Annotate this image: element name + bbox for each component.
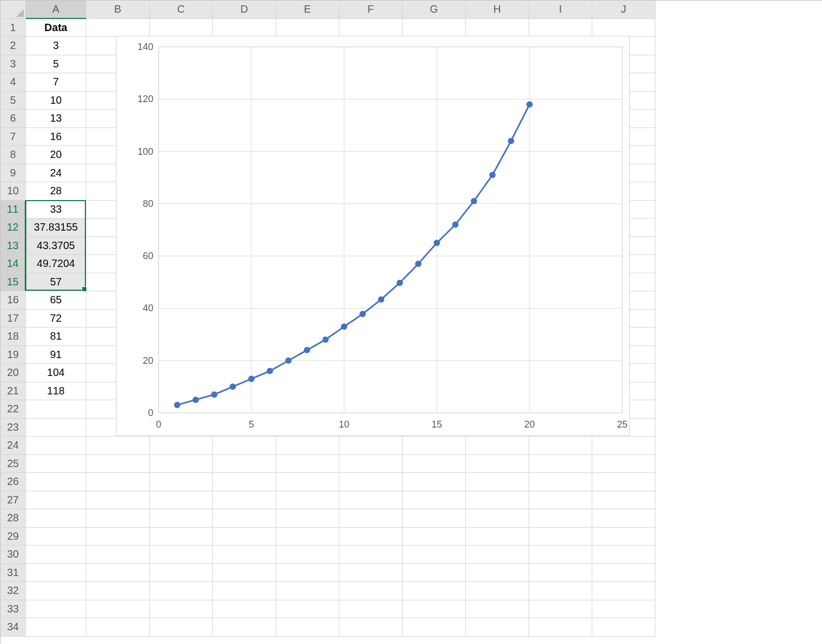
cell-A13[interactable]: 43.3705 bbox=[26, 237, 86, 255]
chart-data-point[interactable] bbox=[322, 336, 329, 343]
row-header-27[interactable]: 27 bbox=[1, 491, 26, 510]
cell-B28[interactable] bbox=[86, 509, 150, 528]
cell-C27[interactable] bbox=[150, 491, 213, 510]
cell-D27[interactable] bbox=[213, 491, 276, 510]
cell-D25[interactable] bbox=[213, 455, 276, 473]
cell-J32[interactable] bbox=[592, 582, 655, 600]
cell-J26[interactable] bbox=[592, 473, 655, 491]
cell-I28[interactable] bbox=[529, 509, 592, 528]
cell-J24[interactable] bbox=[592, 437, 655, 455]
cell-F33[interactable] bbox=[339, 600, 403, 619]
cell-A24[interactable] bbox=[26, 437, 86, 455]
cell-J31[interactable] bbox=[592, 564, 655, 582]
chart-data-point[interactable] bbox=[526, 101, 533, 107]
cell-D31[interactable] bbox=[213, 564, 276, 582]
column-header-B[interactable]: B bbox=[86, 1, 150, 19]
chart-data-point[interactable] bbox=[434, 240, 440, 246]
cell-E28[interactable] bbox=[276, 509, 339, 528]
cell-G26[interactable] bbox=[403, 473, 466, 491]
cell-I30[interactable] bbox=[529, 546, 592, 564]
chart-data-point[interactable] bbox=[341, 323, 347, 330]
column-header-D[interactable]: D bbox=[213, 1, 276, 19]
cell-E31[interactable] bbox=[276, 564, 339, 582]
cell-C31[interactable] bbox=[150, 564, 213, 582]
cell-A25[interactable] bbox=[26, 455, 86, 473]
cell-A9[interactable]: 24 bbox=[26, 164, 86, 183]
chart-data-point[interactable] bbox=[267, 368, 273, 374]
cell-E24[interactable] bbox=[276, 437, 339, 455]
row-header-33[interactable]: 33 bbox=[1, 600, 26, 619]
cell-C28[interactable] bbox=[150, 509, 213, 528]
row-header-3[interactable]: 3 bbox=[1, 55, 26, 74]
row-header-25[interactable]: 25 bbox=[1, 455, 26, 473]
cell-F24[interactable] bbox=[339, 437, 403, 455]
cell-J29[interactable] bbox=[592, 528, 655, 546]
cell-J28[interactable] bbox=[592, 509, 655, 528]
cell-C30[interactable] bbox=[150, 546, 213, 564]
cell-C24[interactable] bbox=[150, 437, 213, 455]
row-header-31[interactable]: 31 bbox=[1, 564, 26, 582]
cell-I26[interactable] bbox=[529, 473, 592, 491]
column-header-F[interactable]: F bbox=[339, 1, 403, 19]
cell-A10[interactable]: 28 bbox=[26, 182, 86, 201]
cell-F30[interactable] bbox=[339, 546, 403, 564]
cell-H28[interactable] bbox=[466, 509, 529, 528]
cell-I32[interactable] bbox=[529, 582, 592, 600]
cell-I27[interactable] bbox=[529, 491, 592, 510]
cell-A14[interactable]: 49.7204 bbox=[26, 255, 86, 273]
cell-A29[interactable] bbox=[26, 528, 86, 546]
cell-B25[interactable] bbox=[86, 455, 150, 473]
cell-B1[interactable] bbox=[86, 19, 150, 37]
chart-data-point[interactable] bbox=[397, 280, 403, 286]
chart-data-point[interactable] bbox=[248, 375, 255, 382]
cell-C34[interactable] bbox=[150, 618, 213, 637]
cell-D29[interactable] bbox=[213, 528, 276, 546]
column-header-A[interactable]: A bbox=[26, 1, 86, 19]
cell-G25[interactable] bbox=[403, 455, 466, 473]
row-header-13[interactable]: 13 bbox=[1, 237, 26, 255]
cell-B32[interactable] bbox=[86, 582, 150, 600]
column-header-E[interactable]: E bbox=[276, 1, 339, 19]
chart-data-point[interactable] bbox=[359, 311, 366, 317]
cell-B26[interactable] bbox=[86, 473, 150, 491]
cell-J33[interactable] bbox=[592, 600, 655, 619]
row-header-11[interactable]: 11 bbox=[1, 201, 26, 219]
cell-B33[interactable] bbox=[86, 600, 150, 619]
cell-E32[interactable] bbox=[276, 582, 339, 600]
cell-H33[interactable] bbox=[466, 600, 529, 619]
row-header-29[interactable]: 29 bbox=[1, 528, 26, 546]
row-header-20[interactable]: 20 bbox=[1, 364, 26, 382]
row-header-8[interactable]: 8 bbox=[1, 146, 26, 164]
row-header-2[interactable]: 2 bbox=[1, 37, 26, 55]
cell-I29[interactable] bbox=[529, 528, 592, 546]
cell-A12[interactable]: 37.83155 bbox=[26, 219, 86, 237]
cell-D32[interactable] bbox=[213, 582, 276, 600]
chart-data-point[interactable] bbox=[285, 358, 291, 364]
chart-data-point[interactable] bbox=[174, 402, 180, 408]
row-header-26[interactable]: 26 bbox=[1, 473, 26, 491]
cell-A19[interactable]: 91 bbox=[26, 346, 86, 364]
cell-C25[interactable] bbox=[150, 455, 213, 473]
cell-J1[interactable] bbox=[592, 19, 655, 37]
cell-A22[interactable] bbox=[26, 400, 86, 419]
cell-J27[interactable] bbox=[592, 491, 655, 510]
cell-A23[interactable] bbox=[26, 419, 86, 437]
column-header-G[interactable]: G bbox=[403, 1, 466, 19]
cell-D28[interactable] bbox=[213, 509, 276, 528]
row-header-18[interactable]: 18 bbox=[1, 328, 26, 346]
cell-A30[interactable] bbox=[26, 546, 86, 564]
cell-I34[interactable] bbox=[529, 618, 592, 637]
cell-A21[interactable]: 118 bbox=[26, 382, 86, 401]
row-header-10[interactable]: 10 bbox=[1, 182, 26, 201]
cell-D30[interactable] bbox=[213, 546, 276, 564]
cell-G32[interactable] bbox=[403, 582, 466, 600]
row-header-14[interactable]: 14 bbox=[1, 255, 26, 273]
row-header-34[interactable]: 34 bbox=[1, 618, 26, 637]
chart-data-point[interactable] bbox=[230, 383, 236, 390]
row-header-15[interactable]: 15 bbox=[1, 273, 26, 292]
cell-I24[interactable] bbox=[529, 437, 592, 455]
cell-D24[interactable] bbox=[213, 437, 276, 455]
column-header-I[interactable]: I bbox=[529, 1, 592, 19]
row-header-7[interactable]: 7 bbox=[1, 128, 26, 146]
row-header-24[interactable]: 24 bbox=[1, 437, 26, 455]
